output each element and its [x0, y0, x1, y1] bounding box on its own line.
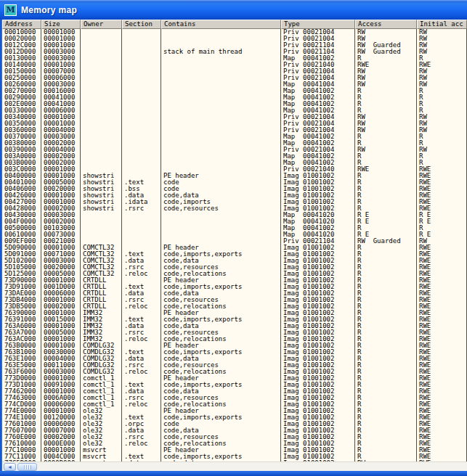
header-cell-type[interactable]: Type — [281, 20, 355, 29]
table-row[interactable]: 009EF00000021000Priv 00021104RW GuardedR… — [2, 238, 467, 245]
table-row[interactable]: 774E000000001000ole32PE headerImag 01001… — [2, 408, 467, 414]
table-row[interactable]: 7760100000006000ole32.orpccodeImag 01001… — [2, 421, 467, 427]
table-row[interactable]: 5D12500000005000COMCTL32.reloccode,reloc… — [2, 271, 467, 277]
table-row[interactable]: 0033000000006000Map 00041002RR — [2, 107, 467, 114]
hscroll-thumb[interactable] — [17, 463, 37, 471]
header-cell-address[interactable]: Address — [2, 20, 41, 29]
table-row[interactable]: 763B100000030000COMDLG32.textcode,import… — [2, 349, 467, 356]
table-row[interactable]: 77C1000000001000msvcrtPE headerImag 0100… — [2, 447, 467, 454]
table-row[interactable]: 0042600000001000showstri.datacode,dataIm… — [2, 192, 467, 199]
cell-address: 00150000 — [2, 68, 41, 75]
table-row[interactable]: 003A000000002000Map 00041002RR — [2, 153, 467, 160]
cell-address: 00430000 — [2, 212, 41, 218]
table-row[interactable]: 002E000000041000Map 00041002RR — [2, 101, 467, 107]
table-row[interactable]: 003B000000002000Map 00041002RR — [2, 160, 467, 166]
table-row[interactable]: 004F000000002000Map 00041020R ER E — [2, 218, 467, 225]
table-row[interactable]: 0036000000004000Priv 00021004RWRW — [2, 127, 467, 134]
cell-owner — [81, 88, 122, 94]
table-row[interactable]: 0040600000020000showstri.bsscodeImag 010… — [2, 186, 467, 192]
cell-address: 00427000 — [2, 199, 41, 205]
table-row[interactable]: 7760E00000002000ole32.rsrccode,resources… — [2, 434, 467, 440]
table-row[interactable]: 763E500000011000COMDLG32.rsrccode,resour… — [2, 362, 467, 369]
cell-size: 00006000 — [41, 290, 81, 297]
header-cell-access[interactable]: Access — [355, 20, 417, 29]
table-row[interactable]: 003C000000001000Priv 00021040RWERWE — [2, 166, 467, 173]
table-row[interactable]: 0035000000001000Priv 00021004RWRW — [2, 120, 467, 127]
table-row[interactable]: 0013000000003000Map 00041002RR — [2, 55, 467, 62]
table-row[interactable]: 7760700000007000ole32.datacode,dataImag … — [2, 427, 467, 434]
header-cell-owner[interactable]: Owner — [81, 20, 122, 29]
cell-size: 00001000 — [41, 277, 81, 284]
table-row[interactable]: 774CD00000006000comctl_1.reloccode,reloc… — [2, 401, 467, 408]
table-row[interactable]: 0040000000001000showstriPE headerImag 01… — [2, 173, 467, 179]
cell-section — [122, 81, 161, 88]
table-row[interactable]: 5D09100000071000COMCTL32.textcode,import… — [2, 251, 467, 258]
cell-initial: RWE — [417, 323, 467, 329]
table-row[interactable]: 73DB400000001000CRTDLL.rsrccode,resource… — [2, 297, 467, 303]
table-row[interactable]: 774E100000120000ole32.textcode,imports,e… — [2, 414, 467, 421]
table-row[interactable]: 0042800000002000showstri.rsrccode,resour… — [2, 205, 467, 212]
table-row[interactable]: 0029000000041000Map 00041002RR — [2, 94, 467, 101]
cell-size: 00041000 — [41, 94, 81, 101]
scroll-left-button[interactable]: ◄ — [4, 463, 16, 471]
table-row[interactable]: 0042700000001000showstri.idatacode,impor… — [2, 199, 467, 205]
header-cell-initial[interactable]: Initial acc — [417, 20, 467, 29]
table-row[interactable]: 763F600000003000COMDLG32.reloccode,reloc… — [2, 369, 467, 375]
table-row[interactable]: 0002000000001000Priv 00021004RWRW — [2, 36, 467, 42]
table-row[interactable]: 0015000000007000Priv 00021004RWRW — [2, 68, 467, 75]
titlebar[interactable]: M Memory map — [0, 0, 467, 20]
table-row[interactable]: 773D100000091000comctl_1.textcode,import… — [2, 382, 467, 388]
table-row[interactable]: 7639100000015000IMM32.textcode,imports,e… — [2, 316, 467, 323]
table-row[interactable]: 776100000000E000ole32.reloccode,relocati… — [2, 440, 467, 447]
header-cell-section[interactable]: Section — [122, 20, 161, 29]
cell-contains — [161, 153, 281, 160]
cell-size: 00001000 — [41, 336, 81, 342]
horizontal-scrollbar[interactable]: ◄ — [2, 461, 467, 471]
table-row[interactable]: 763A700000005000IMM32.rsrccode,resources… — [2, 329, 467, 336]
table-row[interactable]: 0061000000073000Map 00041020R ER E — [2, 231, 467, 238]
table-row[interactable]: 763A600000001000IMM32.datacode,dataImag … — [2, 323, 467, 329]
table-row[interactable]: 5D09000000001000COMCTL32PE headerImag 01… — [2, 245, 467, 251]
table-row[interactable]: 0050000000103000Map 00041002RR — [2, 225, 467, 231]
header-cell-contains[interactable]: Contains — [161, 20, 281, 29]
memory-map-window-icon[interactable]: M — [4, 4, 17, 16]
cell-initial: RWE — [417, 427, 467, 434]
cell-type: Imag 01001002 — [281, 388, 355, 395]
cell-contains — [161, 107, 281, 114]
cell-owner: COMDLG32 — [81, 356, 122, 362]
header-cell-size[interactable]: Size — [41, 20, 81, 29]
table-row[interactable]: 73D910000001D000CRTDLL.textcode,imports,… — [2, 284, 467, 290]
table-row[interactable]: 0034000000001000Priv 00021004RWRW — [2, 114, 467, 120]
table-row[interactable]: 0012C00000001000Priv 00021104RW GuardedR… — [2, 42, 467, 49]
table-row[interactable]: 5D10500000020000COMCTL32.rsrccode,resour… — [2, 264, 467, 271]
cell-address: 763E1000 — [2, 356, 41, 362]
table-row[interactable]: 0038000000002000Map 00041002RR — [2, 140, 467, 147]
cell-address: 00610000 — [2, 231, 41, 238]
cell-initial: R — [417, 94, 467, 101]
cell-section: .reloc — [122, 303, 161, 310]
table-row[interactable]: 0037000000003000Map 00041002RR — [2, 134, 467, 140]
table-row[interactable]: 0040100000005000showstri.textcodeImag 01… — [2, 179, 467, 186]
table-row[interactable]: 0027000000016000Map 00041002RR — [2, 88, 467, 94]
table-row[interactable]: 73DAE00000006000CRTDLL.datacode,dataImag… — [2, 290, 467, 297]
table-row[interactable]: 0026000000003000Map 00041004RWRW — [2, 81, 467, 88]
table-row[interactable]: 77C110000004C000msvcrt.textcode,imports,… — [2, 454, 467, 460]
cell-section: .data — [122, 290, 161, 297]
table-row[interactable]: 763B000000001000COMDLG32PE headerImag 01… — [2, 342, 467, 349]
table-row[interactable]: 7746200000001000comctl_1.datacode,dataIm… — [2, 388, 467, 395]
table-row[interactable]: 773D000000001000comctl_1PE headerImag 01… — [2, 375, 467, 382]
table-row[interactable]: 0012D00000003000stack of main threadPriv… — [2, 49, 467, 55]
table-row[interactable]: 73D9000000001000CRTDLLPE headerImag 0100… — [2, 277, 467, 284]
table-row[interactable]: 763AC00000001000IMM32.reloccode,relocati… — [2, 336, 467, 342]
table-row[interactable]: 0025000000006000Priv 00021004RWRW — [2, 75, 467, 81]
table-row[interactable]: 0014000000001000Priv 00021040RWERWE — [2, 62, 467, 68]
table-row[interactable]: 5D10200000003000COMCTL32.datacode,dataIm… — [2, 258, 467, 264]
table-row[interactable]: 774630000006A000comctl_1.rsrccode,resour… — [2, 395, 467, 401]
table-row[interactable]: 73DB500000002000CRTDLL.reloccode,relocat… — [2, 303, 467, 310]
table-row[interactable]: 7639000000001000IMM32PE headerImag 01001… — [2, 310, 467, 316]
table-row[interactable]: 0001000000001000Priv 00021004RWRW — [2, 29, 467, 36]
table-row[interactable]: 0043000000003000Map 00041020R ER E — [2, 212, 467, 218]
table-row[interactable]: 0039000000004000Priv 00021004RWRW — [2, 147, 467, 153]
cell-address: 00330000 — [2, 107, 41, 114]
table-row[interactable]: 763E100000004000COMDLG32.datacode,dataIm… — [2, 356, 467, 362]
